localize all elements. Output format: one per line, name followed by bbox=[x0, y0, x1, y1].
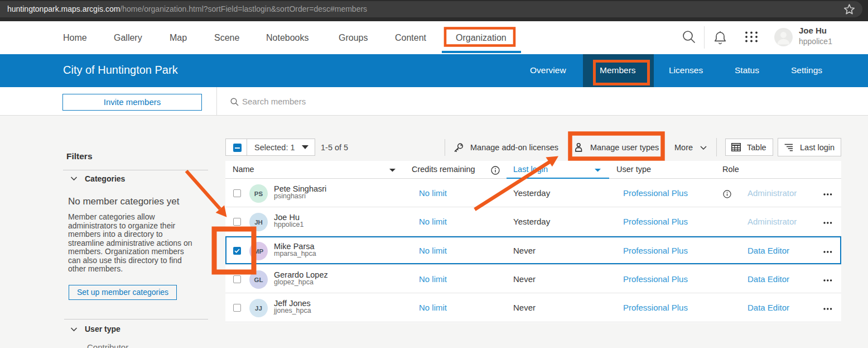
svg-text:JJ: JJ bbox=[255, 305, 262, 312]
svg-text:MP: MP bbox=[254, 248, 264, 255]
svg-text:JH: JH bbox=[254, 219, 263, 226]
svg-text:PS: PS bbox=[254, 190, 263, 197]
svg-text:GL: GL bbox=[254, 277, 263, 283]
